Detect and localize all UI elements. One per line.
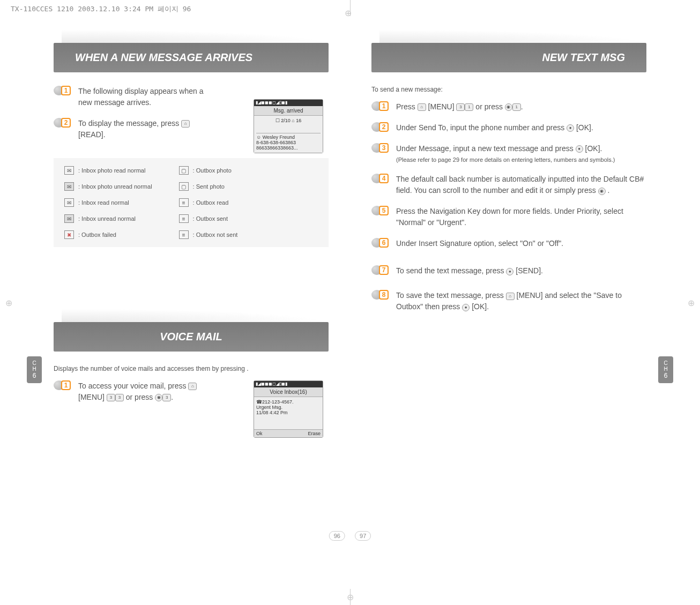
page-spread: WHEN A NEW MESSAGE ARRIVES 1 The followi… (0, 0, 700, 605)
step-text: To display the message, press ⌂ [READ]. (78, 118, 204, 140)
legend-row: ✉: Inbox photo unread normal (64, 182, 152, 191)
legend-row: ▢: Sent photo (179, 182, 238, 191)
page-number-right: 97 (355, 531, 371, 541)
step-text: To save the text message, press ⌂ [MENU]… (396, 290, 646, 312)
outbox-not-sent-icon: ≡ (179, 230, 189, 239)
legend-row: ≡: Outbox sent (179, 214, 238, 223)
key-3-icon: 3 (162, 394, 171, 401)
outbox-photo-icon: ▢ (179, 166, 189, 175)
outbox-sent-icon: ≡ (179, 214, 189, 223)
step-number: 5 (379, 206, 389, 215)
section-header-voicemail: VOICE MAIL (54, 322, 329, 352)
step-1: 1 The following display appears when a n… (54, 86, 204, 108)
chapter-tab: CH6 (27, 356, 42, 383)
inbox-unread-icon: ✉ (64, 214, 74, 223)
inbox-photo-read-icon: ✉ (64, 166, 74, 175)
step-note: (Please refer to page 29 for more detail… (396, 156, 646, 164)
step-number: 3 (379, 143, 389, 153)
phone-screenshot-voicemail: ▮◢◼◼◼◻◢▯◼▮ Voice Inbox(16) ☎212-123-4567… (254, 380, 323, 438)
step-5: 5 Press the Navigation Key down for more… (371, 206, 646, 228)
left-page: WHEN A NEW MESSAGE ARRIVES 1 The followi… (0, 16, 350, 605)
step-text: Under Message, input a new text message … (396, 143, 646, 164)
step-text: Under Insert Signature option, select "O… (396, 238, 646, 249)
key-1-icon: 1 (512, 103, 521, 111)
voicemail-intro: Displays the number of voice mails and a… (54, 365, 329, 372)
step-text: Under Send To, input the phone number an… (396, 122, 646, 133)
step-text: To access your voice mail, press ⌂ [MENU… (78, 380, 198, 403)
step-number: 4 (379, 174, 389, 183)
step-number: 1 (379, 101, 389, 111)
legend-row: ✉: Inbox photo read normal (64, 166, 152, 175)
softkey-icon: ⌂ (506, 293, 515, 300)
sent-photo-icon: ▢ (179, 182, 189, 191)
legend-row: ✉: Inbox unread normal (64, 214, 152, 223)
ok-key-icon: ● (576, 145, 583, 153)
outbox-failed-icon: ✖ (64, 230, 74, 239)
right-page: NEW TEXT MSG To send a new message: 1 Pr… (350, 16, 700, 605)
section-header-new-message: WHEN A NEW MESSAGE ARRIVES (54, 43, 329, 72)
step-text: Press the Navigation Key down for more f… (396, 206, 646, 228)
step-text: Press ⌂ [MENU] 31 or press ◉1. (396, 101, 646, 113)
phone-title: Voice Inbox(16) (254, 387, 323, 397)
legend-row: ▢: Outbox photo (179, 166, 238, 175)
legend-row: ✖: Outbox failed (64, 230, 152, 239)
step-text: The following display appears when a new… (78, 86, 204, 108)
step-4: 4 The default call back number is automa… (371, 174, 646, 196)
ok-key-icon: ● (567, 124, 574, 132)
step-text: The default call back number is automati… (396, 174, 646, 196)
phone-body: ☎212-123-4567. Urgent Msg. 11/08 4:42 Pm (254, 397, 323, 429)
step-2: 2 To display the message, press ⌂ [READ]… (54, 118, 204, 140)
legend-row: ≡: Outbox not sent (179, 230, 238, 239)
phone-title: Msg. arrived (254, 106, 323, 116)
softkey-icon: ⌂ (418, 103, 426, 111)
ok-key-icon: ● (462, 304, 470, 311)
nav-key-icon: ◉ (505, 103, 512, 111)
step-number: 2 (61, 118, 71, 128)
nav-key-icon: ◉ (155, 394, 162, 401)
ok-key-icon: ● (506, 268, 513, 275)
new-text-intro: To send a new message: (371, 86, 646, 93)
legend-row: ✉: Inbox read normal (64, 198, 152, 207)
key-3-icon: 3 (115, 394, 124, 401)
outbox-read-icon: ≡ (179, 198, 189, 207)
step-number: 8 (379, 290, 389, 300)
chapter-tab: CH6 (658, 356, 673, 383)
step-text: To send the text message, press ● [SEND]… (396, 265, 646, 277)
phone-body: ☐ 2/10 ⌂ 16 ☺ Wesley Freund 8-638-638-66… (254, 116, 323, 153)
step-number: 7 (379, 265, 389, 275)
icon-legend: ✉: Inbox photo read normal ✉: Inbox phot… (54, 158, 329, 247)
key-3-icon: 3 (456, 103, 465, 111)
step-2: 2 Under Send To, input the phone number … (371, 122, 646, 133)
key-3-icon: 3 (107, 394, 115, 401)
step-8: 8 To save the text message, press ⌂ [MEN… (371, 290, 646, 312)
step-1: 1 Press ⌂ [MENU] 31 or press ◉1. (371, 101, 646, 113)
step-number: 6 (379, 238, 389, 248)
page-number-left: 96 (329, 531, 345, 541)
step-6: 6 Under Insert Signature option, select … (371, 238, 646, 249)
step-number: 2 (379, 122, 389, 132)
inbox-read-icon: ✉ (64, 198, 74, 207)
file-header: TX-110CCES 1210 2003.12.10 3:24 PM 페이지 9… (11, 4, 191, 14)
phone-statusbar: ▮◢◼◼◼◻◢▯◼▮ (254, 100, 323, 106)
phone-statusbar: ▮◢◼◼◼◻◢▯◼▮ (254, 381, 323, 387)
key-1-icon: 1 (465, 103, 473, 111)
section-header-new-text: NEW TEXT MSG (371, 43, 646, 72)
phone-screenshot-msg-arrived: ▮◢◼◼◼◻◢▯◼▮ Msg. arrived ☐ 2/10 ⌂ 16 ☺ We… (254, 99, 323, 153)
step-3: 3 Under Message, input a new text messag… (371, 143, 646, 164)
legend-row: ≡: Outbox read (179, 198, 238, 207)
step-number: 1 (61, 86, 71, 95)
inbox-photo-unread-icon: ✉ (64, 182, 74, 191)
softkey-icon: ⌂ (181, 120, 190, 128)
phone-footer: OkErase (254, 429, 323, 437)
voicemail-step-1: 1 To access your voice mail, press ⌂ [ME… (54, 380, 198, 403)
step-7: 7 To send the text message, press ● [SEN… (371, 265, 646, 277)
step-number: 1 (61, 380, 71, 390)
softkey-icon: ⌂ (188, 383, 197, 390)
nav-key-icon: ◉ (598, 188, 606, 195)
